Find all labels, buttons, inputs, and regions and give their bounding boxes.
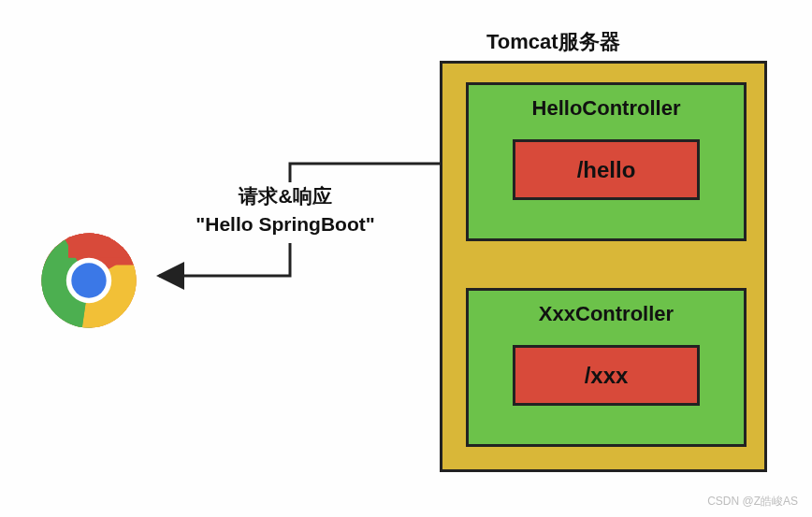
arrow-label-line2: "Hello SpringBoot" [164, 210, 407, 238]
controller-title: HelloController [469, 96, 744, 121]
server-title: Tomcat服务器 [486, 28, 620, 56]
tomcat-server-box: HelloController /hello XxxController /xx… [440, 61, 767, 472]
svg-rect-2 [68, 229, 140, 258]
svg-point-4 [71, 263, 106, 297]
route-hello: /hello [513, 139, 700, 200]
request-response-label: 请求&响应 "Hello SpringBoot" [164, 182, 407, 239]
watermark: CSDN @Z皓峻AS [707, 494, 798, 510]
chrome-browser-icon [37, 229, 140, 332]
route-label: /xxx [585, 363, 629, 389]
controller-box-xxx: XxxController /xxx [466, 288, 747, 447]
arrow-label-line1: 请求&响应 [164, 182, 407, 210]
controller-box-hello: HelloController /hello [466, 82, 747, 241]
route-label: /hello [577, 157, 636, 183]
route-xxx: /xxx [513, 345, 700, 406]
controller-title: XxxController [469, 302, 744, 326]
